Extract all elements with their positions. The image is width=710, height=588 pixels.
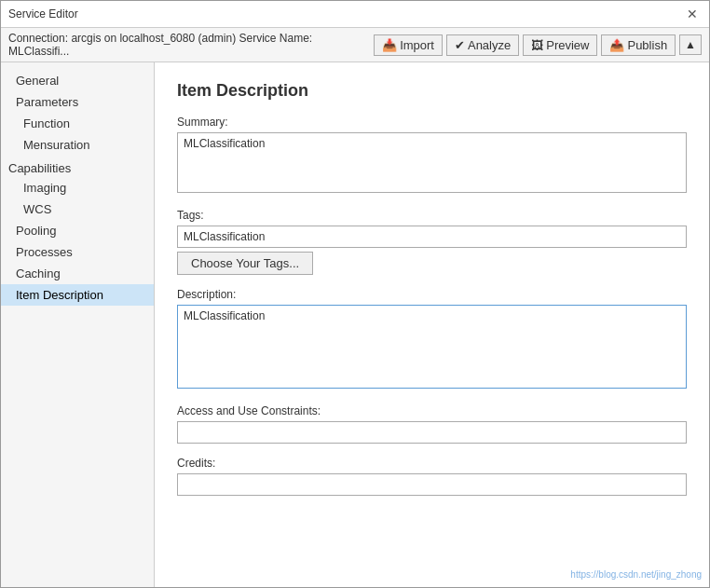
credits-label: Credits: [177,457,687,470]
access-label: Access and Use Constraints: [177,404,687,417]
analyze-label: Analyze [468,38,511,52]
analyze-button[interactable]: ✔ Analyze [446,34,519,56]
sidebar-item-mensuration[interactable]: Mensuration [1,134,154,156]
tags-group: Tags: Choose Your Tags... [177,209,687,275]
summary-label: Summary: [177,116,687,129]
sidebar-item-pooling[interactable]: Pooling [1,220,154,241]
publish-icon: 📤 [609,38,624,52]
access-group: Access and Use Constraints: [177,404,687,444]
credits-input[interactable] [177,473,687,496]
credits-group: Credits: [177,457,687,496]
access-input[interactable] [177,421,687,444]
sidebar-category-capabilities: Capabilities [1,156,154,177]
service-editor-window: Service Editor ✕ Connection: arcgis on l… [0,0,710,588]
window-title: Service Editor [8,7,78,21]
preview-button[interactable]: 🖼 Preview [523,34,597,56]
sidebar: General Parameters Function Mensuration … [1,62,155,587]
preview-icon: 🖼 [531,38,543,52]
watermark: https://blog.csdn.net/jing_zhong [570,569,702,580]
sidebar-item-processes[interactable]: Processes [1,241,154,263]
main-area: General Parameters Function Mensuration … [1,62,709,587]
import-icon: 📥 [382,38,397,52]
sidebar-item-caching[interactable]: Caching [1,263,154,284]
tags-label: Tags: [177,209,687,222]
sidebar-item-wcs[interactable]: WCS [1,198,154,220]
close-button[interactable]: ✕ [683,7,702,21]
collapse-button[interactable]: ▲ [679,34,702,55]
description-label: Description: [177,288,687,301]
sidebar-item-general[interactable]: General [1,70,154,91]
analyze-icon: ✔ [455,38,465,52]
import-button[interactable]: 📥 Import [374,34,443,56]
title-bar: Service Editor ✕ [1,1,709,28]
sidebar-item-function[interactable]: Function [1,113,154,134]
summary-group: Summary: [177,116,687,196]
description-group: Description: [177,288,687,391]
sidebar-item-imaging[interactable]: Imaging [1,177,154,198]
sidebar-item-item-description[interactable]: Item Description [1,284,154,306]
import-label: Import [400,38,434,52]
description-textarea[interactable] [177,305,687,389]
content-area: Item Description Summary: Tags: Choose Y… [155,62,709,587]
connection-info: Connection: arcgis on localhost_6080 (ad… [8,32,370,58]
publish-label: Publish [627,38,667,52]
toolbar: Connection: arcgis on localhost_6080 (ad… [1,28,709,62]
tags-input[interactable] [177,226,687,248]
publish-button[interactable]: 📤 Publish [601,34,676,56]
page-title: Item Description [177,81,687,101]
window-content: Item Description Summary: Tags: Choose Y… [155,62,709,587]
choose-tags-button[interactable]: Choose Your Tags... [177,252,313,275]
summary-textarea[interactable] [177,132,687,193]
sidebar-item-parameters[interactable]: Parameters [1,91,154,113]
preview-label: Preview [546,38,589,52]
